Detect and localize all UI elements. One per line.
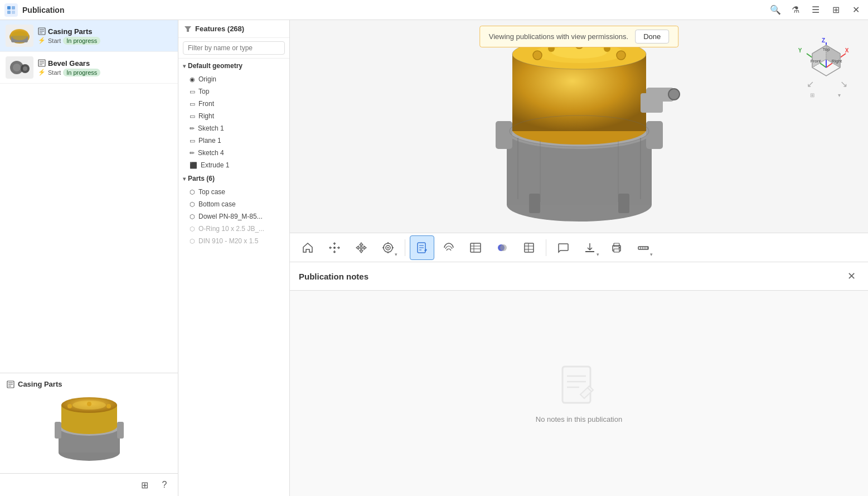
- svg-text:X: X: [845, 47, 849, 54]
- top-bar-actions: 🔍 ⚗ ☰ ⊞ ✕: [768, 2, 864, 18]
- casing-parts-name: Casing Parts: [38, 27, 172, 36]
- svg-rect-103: [471, 243, 481, 252]
- feature-sketch4[interactable]: ✏ Sketch 4: [178, 147, 289, 159]
- viewport-3d[interactable]: Z X Y Top Front Right ↙ ↘ ⊞ ▾: [290, 20, 868, 233]
- feature-top[interactable]: ▭ Top: [178, 85, 289, 98]
- move-icon: [355, 242, 367, 254]
- search-button[interactable]: 🔍: [768, 2, 783, 18]
- comment-button[interactable]: [551, 235, 575, 260]
- feature-dowel[interactable]: ⬡ Dowel PN-89_M-85...: [178, 210, 289, 223]
- notes-panel: Publication notes ✕ No notes in this pub…: [290, 262, 868, 496]
- plane-icon-top: ▭: [190, 88, 195, 95]
- notes-button[interactable]: [410, 235, 434, 260]
- grid-view-button[interactable]: ⊞: [828, 2, 843, 18]
- parts-group-header[interactable]: ▾ Parts (6): [178, 171, 289, 186]
- svg-text:Front: Front: [811, 59, 821, 64]
- notes-header: Publication notes ✕: [290, 262, 868, 291]
- target-button[interactable]: [376, 235, 400, 260]
- move-button[interactable]: [349, 235, 374, 260]
- notes-empty-icon: [557, 364, 602, 408]
- print-button[interactable]: [604, 235, 629, 260]
- feature-origin[interactable]: ◉ Origin: [178, 73, 289, 85]
- part-icon-oring: ⬡: [190, 225, 195, 233]
- casing-parts-thumbnail: [6, 25, 33, 47]
- status-start-icon: ⚡: [38, 37, 46, 44]
- sidebar-footer: ⊞ ?: [0, 473, 178, 496]
- home-button[interactable]: [295, 235, 320, 260]
- status-start-icon-2: ⚡: [38, 69, 46, 76]
- plane-icon-front: ▭: [190, 100, 195, 108]
- list-view-button[interactable]: ☰: [808, 2, 823, 18]
- casing-parts-status: ⚡ Start In progress: [38, 37, 172, 45]
- notes-close-button[interactable]: ✕: [844, 269, 859, 283]
- feature-bottom-case[interactable]: ⬡ Bottom case: [178, 198, 289, 210]
- feature-extrude1[interactable]: ⬛ Extrude 1: [178, 159, 289, 171]
- filter-input[interactable]: [183, 41, 285, 55]
- svg-rect-32: [117, 422, 124, 439]
- section-button[interactable]: [517, 235, 541, 260]
- svg-marker-36: [185, 26, 191, 32]
- svg-rect-110: [525, 243, 528, 252]
- svg-point-15: [23, 66, 27, 71]
- svg-point-13: [13, 64, 21, 71]
- bevel-gears-thumbnail: [6, 56, 33, 79]
- color-button[interactable]: [490, 235, 515, 260]
- notes-content: No notes in this publication: [290, 291, 868, 496]
- filter-button[interactable]: ⚗: [788, 2, 803, 18]
- transform-icon: [328, 242, 341, 254]
- publication-list: Casing Parts ⚡ Start In progress: [0, 20, 178, 373]
- toolbar-sep-2: [546, 239, 546, 256]
- features-panel: Features (268) ▾ Default geometry ◉ Orig…: [178, 20, 290, 496]
- svg-point-50: [617, 51, 625, 60]
- features-header: Features (268): [178, 20, 289, 38]
- texture-button[interactable]: [437, 235, 461, 260]
- notes-icon: [416, 242, 428, 254]
- svg-rect-0: [7, 6, 11, 9]
- orientation-cube[interactable]: Z X Y Top Front Right ↙ ↘ ⊞ ▾: [796, 37, 857, 98]
- content-area: Viewing publications with view permissio…: [290, 20, 868, 496]
- feature-plane1[interactable]: ▭ Plane 1: [178, 134, 289, 147]
- publication-item-bevel-gears[interactable]: Bevel Gears ⚡ Start In progress: [0, 52, 178, 84]
- feature-front[interactable]: ▭ Front: [178, 98, 289, 110]
- main-layout: Casing Parts ⚡ Start In progress: [0, 20, 868, 496]
- svg-point-94: [387, 247, 389, 248]
- svg-rect-114: [614, 243, 619, 247]
- svg-point-49: [533, 51, 542, 60]
- publication-icon-2: [38, 59, 46, 67]
- viewport-canvas: [290, 20, 868, 233]
- feature-top-case[interactable]: ⬡ Top case: [178, 186, 289, 198]
- svg-text:Top: Top: [823, 47, 830, 52]
- svg-point-116: [619, 247, 620, 248]
- bom-button[interactable]: [463, 235, 488, 260]
- expand-button[interactable]: ⊞: [137, 477, 152, 493]
- help-button[interactable]: ?: [157, 477, 172, 493]
- svg-rect-122: [562, 367, 590, 403]
- section-icon: [523, 242, 535, 254]
- svg-rect-117: [638, 247, 648, 249]
- feature-sketch1[interactable]: ✏ Sketch 1: [178, 122, 289, 134]
- svg-point-7: [12, 31, 27, 40]
- download-button[interactable]: [578, 235, 602, 260]
- filter-icon: [184, 25, 192, 33]
- filter-row: [178, 38, 289, 59]
- sidebar-preview: Casing Parts: [0, 373, 178, 473]
- notes-title: Publication notes: [299, 272, 368, 281]
- svg-point-34: [106, 404, 111, 408]
- feature-din910[interactable]: ⬡ DIN 910 - M20 x 1.5: [178, 235, 289, 247]
- measure-icon: [637, 242, 649, 254]
- part-icon-din910: ⬡: [190, 238, 195, 245]
- done-button[interactable]: Done: [635, 30, 669, 44]
- svg-point-33: [67, 404, 72, 408]
- left-sidebar: Casing Parts ⚡ Start In progress: [0, 20, 178, 496]
- parts-group: ▾ Parts (6) ⬡ Top case ⬡ Bottom case ⬡ D…: [178, 171, 289, 247]
- feature-right[interactable]: ▭ Right: [178, 110, 289, 122]
- part-icon-top-case: ⬡: [190, 189, 195, 196]
- svg-text:↘: ↘: [840, 79, 847, 89]
- feature-oring[interactable]: ⬡ O-Ring 10 x 2.5 JB_...: [178, 223, 289, 235]
- close-panel-button[interactable]: ✕: [848, 2, 864, 18]
- measure-button[interactable]: [631, 235, 656, 260]
- app-logo: [4, 3, 18, 17]
- transform-button[interactable]: [322, 235, 347, 260]
- default-geometry-header[interactable]: ▾ Default geometry: [178, 59, 289, 73]
- publication-item-casing-parts[interactable]: Casing Parts ⚡ Start In progress: [0, 20, 178, 52]
